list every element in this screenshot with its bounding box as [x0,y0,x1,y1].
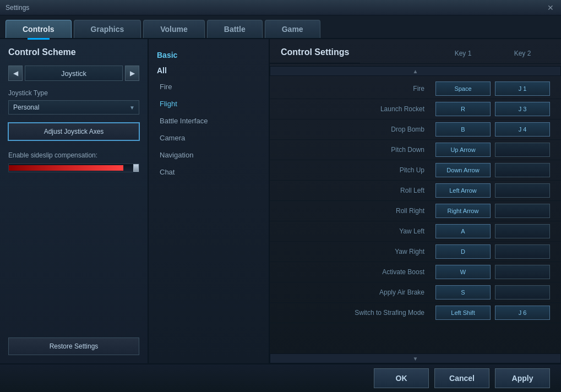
joystick-type-select[interactable]: Personal [8,100,139,115]
key1-header: Key 1 [435,50,491,57]
control-row: Drop BombBJ 4 [270,119,561,140]
key2-box[interactable]: J 1 [495,81,550,96]
tab-battle[interactable]: Battle [207,20,263,38]
category-item-chat[interactable]: Chat [149,164,269,181]
control-name: Apply Air Brake [281,288,435,296]
content-area: Control Scheme ◀ Joystick ▶ Joystick Typ… [0,39,561,363]
control-scheme-title: Control Scheme [8,47,139,57]
controls-list: FireSpaceJ 1Launch RocketRJ 3Drop BombBJ… [270,76,561,353]
control-name: Roll Right [281,207,435,215]
control-row: FireSpaceJ 1 [270,79,561,99]
key2-box[interactable] [495,163,550,177]
control-row: Activate BoostW [270,262,561,282]
control-name: Drop Bomb [281,126,435,133]
tab-graphics[interactable]: Graphics [74,20,141,38]
key2-header: Key 2 [495,50,550,57]
control-row: Pitch DownUp Arrow [270,140,561,160]
joystick-label: Joystick [25,66,123,81]
control-name: Switch to Strafing Mode [281,309,435,317]
right-panel: Control Settings Key 1 Key 2 ▲ FireSpace… [270,39,561,363]
key2-box[interactable] [495,265,550,279]
control-row: Yaw LeftA [270,221,561,242]
key1-box[interactable]: Right Arrow [435,204,491,218]
category-basic[interactable]: Basic [149,47,269,63]
key1-box[interactable]: Up Arrow [435,143,491,157]
control-name: Roll Left [281,187,435,194]
control-row: Apply Air BrakeS [270,282,561,303]
key1-box[interactable]: R [435,102,491,116]
control-name: Activate Boost [281,268,435,276]
category-item-battle-interface[interactable]: Battle Interface [149,112,269,129]
key2-box[interactable]: J 4 [495,122,550,137]
key2-box[interactable] [495,244,550,259]
control-row: Switch to Strafing ModeLeft ShiftJ 6 [270,303,561,323]
main-container: Controls Graphics Volume Battle Game Con… [0,15,561,392]
slider-fill [9,165,123,171]
key2-box[interactable] [495,204,550,218]
key1-box[interactable]: Space [435,81,491,96]
key1-box[interactable]: Left Arrow [435,183,491,198]
category-all[interactable]: All [149,63,269,78]
joystick-type-wrapper: Personal [8,100,139,115]
control-name: Yaw Left [281,227,435,235]
bottom-bar: OK Cancel Apply [0,363,561,392]
key2-box[interactable]: J 6 [495,306,550,320]
control-row: Roll RightRight Arrow [270,201,561,221]
scroll-up-arrow[interactable]: ▲ [270,66,561,76]
key1-box[interactable]: Down Arrow [435,163,491,177]
control-settings-title: Control Settings [270,39,360,63]
tab-bar: Controls Graphics Volume Battle Game [0,15,561,39]
ok-button[interactable]: OK [374,368,429,388]
joystick-type-label: Joystick Type [8,89,139,97]
tab-controls[interactable]: Controls [6,20,72,38]
close-button[interactable]: ✕ [546,3,555,13]
scroll-down-arrow[interactable]: ▼ [270,353,561,363]
control-name: Fire [281,85,435,92]
control-row: Roll LeftLeft Arrow [270,181,561,201]
joystick-prev-button[interactable]: ◀ [8,66,23,81]
control-row: Launch RocketRJ 3 [270,99,561,119]
apply-button[interactable]: Apply [495,368,550,388]
key1-box[interactable]: Left Shift [435,306,491,320]
tab-game[interactable]: Game [265,20,320,38]
mid-panel: Basic All Fire Flight Battle Interface C… [149,39,270,363]
key1-box[interactable]: D [435,244,491,259]
category-item-fire[interactable]: Fire [149,78,269,95]
control-name: Pitch Down [281,146,435,154]
key2-box[interactable] [495,285,550,300]
control-row: Yaw RightD [270,242,561,262]
control-row: Pitch UpDown Arrow [270,160,561,181]
category-item-navigation[interactable]: Navigation [149,146,269,164]
restore-settings-button[interactable]: Restore Settings [8,337,139,355]
slider-thumb [133,164,139,172]
key1-box[interactable]: S [435,285,491,300]
window-title: Settings [6,4,29,12]
control-name: Pitch Up [281,166,435,174]
key2-box[interactable] [495,143,550,157]
category-item-flight[interactable]: Flight [149,95,269,112]
control-name: Yaw Right [281,248,435,255]
key1-box[interactable]: W [435,265,491,279]
joystick-selector: ◀ Joystick ▶ [8,66,139,81]
cancel-button[interactable]: Cancel [434,368,489,388]
key1-box[interactable]: A [435,224,491,238]
key2-box[interactable] [495,224,550,238]
tab-volume[interactable]: Volume [143,20,205,38]
title-bar: Settings ✕ [0,0,561,15]
joystick-next-button[interactable]: ▶ [125,66,139,81]
key1-box[interactable]: B [435,122,491,137]
key2-box[interactable]: J 3 [495,102,550,116]
sideslip-slider[interactable] [8,164,139,172]
control-name: Launch Rocket [281,105,435,113]
left-panel: Control Scheme ◀ Joystick ▶ Joystick Typ… [0,39,149,363]
key2-box[interactable] [495,183,550,198]
sideslip-label: Enable sideslip compensation: [8,151,139,159]
category-item-camera[interactable]: Camera [149,129,269,146]
adjust-joystick-axes-button[interactable]: Adjust Joystick Axes [8,123,139,140]
